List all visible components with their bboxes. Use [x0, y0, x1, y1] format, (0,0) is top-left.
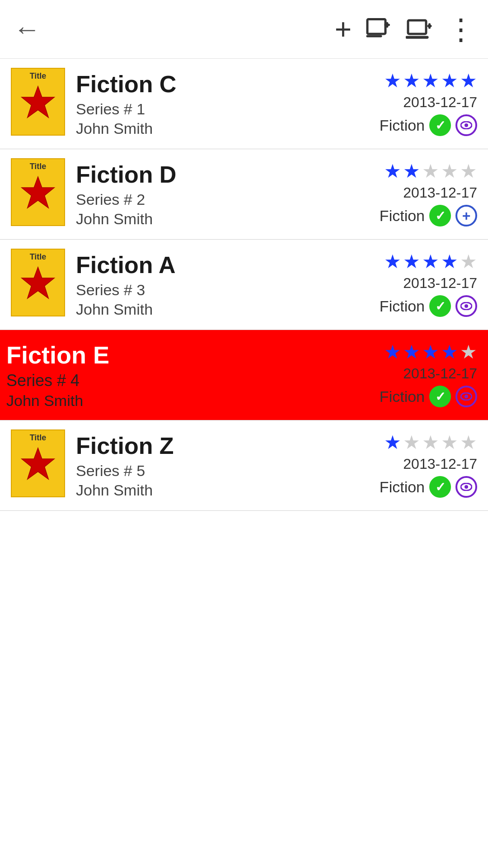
book-meta: ★★★★★ 2013-12-17 Fiction ✓ [378, 339, 477, 411]
check-icon[interactable]: ✓ [429, 205, 451, 226]
eye-icon[interactable] [455, 386, 477, 407]
book-item[interactable]: Title Fiction A Series # 3 John Smith ★★… [0, 240, 488, 330]
header-actions: + ⋮ [335, 13, 474, 46]
book-tags: Fiction ✓ [380, 386, 477, 407]
check-icon[interactable]: ✓ [429, 114, 451, 136]
genre-label: Fiction [380, 388, 425, 406]
star-empty: ★ [441, 162, 458, 181]
book-author: John Smith [6, 392, 378, 410]
star-empty: ★ [460, 162, 477, 181]
book-author: John Smith [76, 210, 378, 228]
add-icon[interactable]: + [455, 205, 477, 226]
svg-marker-5 [22, 177, 54, 208]
star-filled: ★ [441, 343, 458, 362]
svg-point-4 [465, 123, 468, 127]
star-filled: ★ [422, 252, 439, 271]
book-item[interactable]: Title Fiction Z Series # 5 John Smith ★★… [0, 420, 488, 511]
star-filled: ★ [422, 343, 439, 362]
back-button[interactable]: ← [14, 16, 41, 43]
cover-title: Title [30, 162, 47, 171]
book-title: Fiction E [6, 340, 378, 370]
cover-star-icon [20, 265, 56, 303]
book-tags: Fiction ✓ + [380, 205, 477, 226]
svg-rect-1 [408, 20, 426, 34]
book-author: John Smith [76, 120, 378, 137]
star-empty: ★ [460, 343, 477, 362]
check-icon[interactable]: ✓ [429, 386, 451, 407]
rating-stars: ★★★★★ [384, 162, 477, 181]
rating-stars: ★★★★★ [384, 433, 477, 452]
book-item[interactable]: Fiction E Series # 4 John Smith ★★★★★ 20… [0, 330, 488, 420]
more-menu-button[interactable]: ⋮ [446, 13, 474, 46]
svg-point-10 [465, 395, 468, 398]
book-series: Series # 4 [6, 371, 378, 390]
svg-rect-0 [367, 19, 385, 34]
add-to-list-button[interactable] [365, 16, 392, 43]
star-filled: ★ [403, 252, 420, 271]
star-filled: ★ [384, 433, 401, 452]
book-meta: ★★★★★ 2013-12-17 Fiction ✓ [378, 429, 477, 501]
book-date: 2013-12-17 [403, 184, 477, 201]
book-series: Series # 5 [76, 462, 378, 480]
book-meta: ★★★★★ 2013-12-17 Fiction ✓ [378, 249, 477, 321]
book-date: 2013-12-17 [403, 456, 477, 472]
book-info: Fiction C Series # 1 John Smith [76, 68, 378, 140]
star-empty: ★ [460, 252, 477, 271]
book-author: John Smith [76, 481, 378, 499]
book-tags: Fiction ✓ [380, 114, 477, 136]
cover-title: Title [30, 252, 47, 262]
star-empty: ★ [403, 433, 420, 452]
cover-title: Title [30, 433, 47, 443]
book-author: John Smith [76, 301, 378, 318]
star-filled: ★ [422, 71, 439, 90]
add-to-shelf-button[interactable] [406, 16, 433, 43]
star-filled: ★ [384, 252, 401, 271]
svg-marker-6 [22, 267, 54, 298]
star-filled: ★ [403, 343, 420, 362]
star-empty: ★ [422, 162, 439, 181]
book-title: Fiction Z [76, 432, 378, 460]
svg-point-13 [465, 485, 468, 489]
star-empty: ★ [441, 433, 458, 452]
star-filled: ★ [384, 162, 401, 181]
book-title: Fiction A [76, 251, 378, 279]
book-info: Fiction D Series # 2 John Smith [76, 158, 378, 230]
cover-star-icon [20, 85, 56, 123]
book-tags: Fiction ✓ [380, 476, 477, 498]
book-item[interactable]: Title Fiction D Series # 2 John Smith ★★… [0, 149, 488, 240]
book-cover: Title [11, 158, 65, 226]
book-item[interactable]: Title Fiction C Series # 1 John Smith ★★… [0, 59, 488, 149]
add-button[interactable]: + [335, 13, 352, 46]
svg-marker-2 [22, 86, 54, 118]
star-filled: ★ [403, 71, 420, 90]
book-tags: Fiction ✓ [380, 295, 477, 317]
genre-label: Fiction [380, 117, 425, 134]
star-empty: ★ [460, 433, 477, 452]
rating-stars: ★★★★★ [384, 252, 477, 271]
eye-icon[interactable] [455, 295, 477, 317]
book-date: 2013-12-17 [403, 275, 477, 292]
genre-label: Fiction [380, 478, 425, 496]
cover-star-icon [20, 175, 56, 213]
star-filled: ★ [441, 71, 458, 90]
eye-icon[interactable] [455, 476, 477, 498]
book-list: Title Fiction C Series # 1 John Smith ★★… [0, 59, 488, 511]
book-meta: ★★★★★ 2013-12-17 Fiction ✓ + [378, 158, 477, 230]
check-icon[interactable]: ✓ [429, 476, 451, 498]
check-icon[interactable]: ✓ [429, 295, 451, 317]
book-series: Series # 2 [76, 191, 378, 208]
book-info: Fiction A Series # 3 John Smith [76, 249, 378, 321]
book-cover: Title [11, 249, 65, 316]
book-title: Fiction C [76, 70, 378, 98]
star-filled: ★ [384, 343, 401, 362]
star-filled: ★ [441, 252, 458, 271]
eye-icon[interactable] [455, 114, 477, 136]
rating-stars: ★★★★★ [384, 343, 477, 362]
cover-star-icon [20, 446, 56, 484]
book-cover: Title [11, 429, 65, 497]
genre-label: Fiction [380, 207, 425, 225]
star-filled: ★ [403, 162, 420, 181]
book-title: Fiction D [76, 160, 378, 189]
book-series: Series # 1 [76, 100, 378, 118]
genre-label: Fiction [380, 297, 425, 315]
